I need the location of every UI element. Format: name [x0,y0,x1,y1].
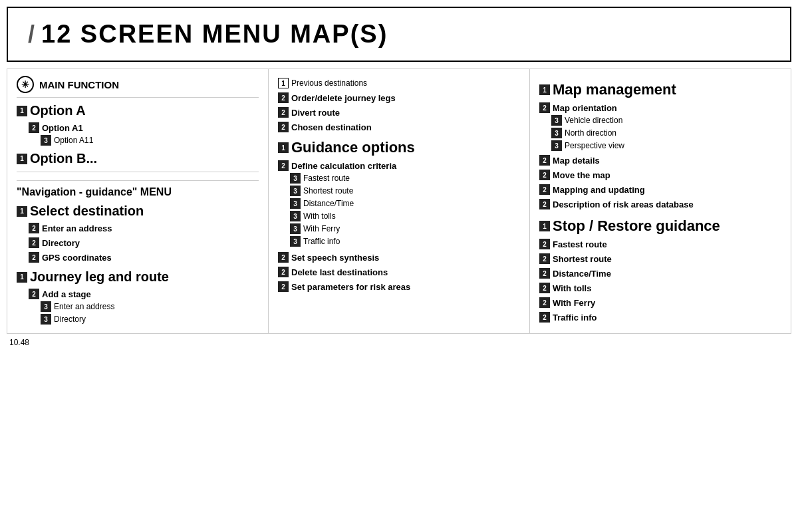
move-map-row: 2 Move the map [539,170,781,180]
speech-synthesis-badge: 2 [278,252,289,263]
distance-time-badge: 3 [290,198,301,209]
column-2: 1 Previous destinations 2 Order/delete j… [269,69,530,333]
sr-shortest-label: Shortest route [553,254,612,264]
delete-last-dest-label: Delete last destinations [291,267,388,277]
sr-with-tolls-row: 2 With tolls [539,283,781,293]
vehicle-direction-row: 3 Vehicle direction [539,115,781,126]
sr-shortest-badge: 2 [539,253,550,264]
option-a1-row: 2 Option A1 [17,122,259,133]
shortest-route-badge: 3 [290,186,301,196]
enter-address-row: 2 Enter an address [17,223,259,233]
enter-address-label: Enter an address [42,223,112,233]
north-direction-label: North direction [565,128,616,138]
traffic-info-label: Traffic info [303,237,340,246]
define-calc-label: Define calculation criteria [291,161,396,171]
stop-restore-badge: 1 [539,221,550,231]
fastest-route-label: Fastest route [303,174,350,183]
guidance-options-label: Guidance options [291,139,415,156]
journey-directory-row: 3 Directory [17,314,259,325]
with-ferry-badge: 3 [290,223,301,234]
journey-leg-header: 1 Journey leg and route [17,269,259,285]
fastest-route-badge: 3 [290,173,301,184]
journey-directory-badge: 3 [41,314,51,325]
traffic-info-row: 3 Traffic info [278,236,520,247]
vehicle-direction-label: Vehicle direction [565,116,622,125]
north-direction-badge: 3 [551,128,562,138]
map-details-label: Map details [553,156,600,166]
select-dest-label: Select destination [30,203,144,219]
sr-traffic-info-row: 2 Traffic info [539,312,781,323]
map-management-label: Map management [553,81,676,98]
add-stage-label: Add a stage [42,289,91,299]
sr-distance-time-badge: 2 [539,268,550,279]
speech-synthesis-row: 2 Set speech synthesis [278,252,520,263]
order-delete-label: Order/delete journey legs [291,93,396,103]
map-orientation-label: Map orientation [553,103,617,113]
option-a1-badge: 2 [29,122,39,133]
directory-label: Directory [42,238,80,248]
fastest-route-row: 3 Fastest route [278,173,520,184]
option-a-header: 1 Option A [17,103,259,118]
mapping-updating-label: Mapping and updating [553,185,645,195]
add-stage-row: 2 Add a stage [17,289,259,299]
enter-address-badge: 2 [29,223,39,233]
option-a11-label: Option A11 [54,136,93,145]
journey-directory-label: Directory [54,315,86,324]
column-3: 1 Map management 2 Map orientation 3 Veh… [530,69,791,333]
map-details-badge: 2 [539,155,550,166]
sr-with-tolls-label: With tolls [553,283,591,293]
gps-badge: 2 [29,252,39,263]
mapping-updating-badge: 2 [539,184,550,195]
sr-fastest-badge: 2 [539,239,550,249]
option-a-label: Option A [30,103,86,118]
speech-synthesis-label: Set speech synthesis [291,253,379,263]
title-slash: / [28,21,35,49]
perspective-view-row: 3 Perspective view [539,140,781,151]
map-orientation-badge: 2 [539,102,550,113]
prev-dest-row: 1 Previous destinations [278,78,520,88]
option-b-badge: 1 [17,154,27,164]
stop-restore-header: 1 Stop / Restore guidance [539,217,781,235]
guidance-options-badge: 1 [278,142,289,153]
define-calc-row: 2 Define calculation criteria [278,160,520,171]
shortest-route-row: 3 Shortest route [278,186,520,196]
nav-divider [17,172,259,172]
journey-enter-address-badge: 3 [41,301,51,312]
perspective-view-badge: 3 [551,140,562,151]
risk-areas-label: Set parameters for risk areas [291,282,410,292]
divert-route-badge: 2 [278,107,289,118]
delete-last-dest-badge: 2 [278,267,289,277]
compass-icon: ✳ [17,76,34,93]
select-destination-header: 1 Select destination [17,203,259,219]
directory-row: 2 Directory [17,237,259,248]
map-management-header: 1 Map management [539,81,781,98]
risk-areas-badge: 2 [278,281,289,292]
stop-restore-label: Stop / Restore guidance [553,217,720,235]
chosen-dest-row: 2 Chosen destination [278,122,520,132]
gps-row: 2 GPS coordinates [17,252,259,263]
sr-traffic-info-badge: 2 [539,312,550,323]
gps-label: GPS coordinates [42,253,112,263]
map-orientation-row: 2 Map orientation [539,102,781,113]
guidance-options-header: 1 Guidance options [278,139,520,156]
vehicle-direction-badge: 3 [551,115,562,126]
sr-with-ferry-badge: 2 [539,297,550,308]
divert-route-label: Divert route [291,108,340,118]
move-map-badge: 2 [539,170,550,180]
prev-dest-label: Previous destinations [291,78,367,88]
sr-distance-time-label: Distance/Time [553,269,611,279]
journey-leg-label: Journey leg and route [30,269,169,285]
main-function-header: ✳ MAIN FUNCTION [17,76,259,98]
sr-traffic-info-label: Traffic info [553,313,597,323]
nav-menu-label: "Navigation - guidance" MENU [17,180,259,198]
with-tolls-row: 3 With tolls [278,211,520,221]
journey-enter-address-label: Enter an address [54,302,114,311]
chosen-dest-label: Chosen destination [291,122,372,132]
sr-fastest-label: Fastest route [553,239,607,249]
sr-fastest-row: 2 Fastest route [539,239,781,249]
perspective-view-label: Perspective view [565,141,624,150]
option-b-header: 1 Option B... [17,151,259,166]
divert-route-row: 2 Divert route [278,107,520,118]
risk-areas-row: 2 Set parameters for risk areas [278,281,520,292]
map-details-row: 2 Map details [539,155,781,166]
